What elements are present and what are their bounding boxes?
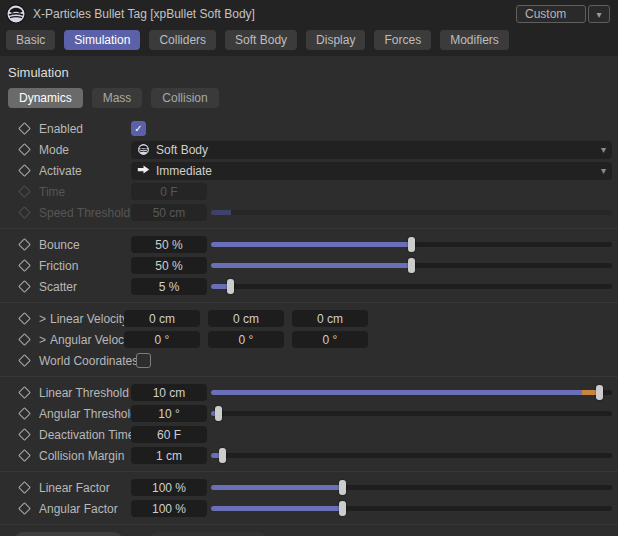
preset-dropdown-arrow-icon[interactable]: ▾	[588, 5, 610, 23]
titlebar: X-Particles Bullet Tag [xpBullet Soft Bo…	[0, 0, 618, 28]
enabled-label: Enabled	[39, 122, 131, 136]
linear-velocity-x-input[interactable]	[124, 310, 200, 327]
row-angular-threshold: Angular Threshold	[0, 403, 618, 424]
linear-factor-input[interactable]	[131, 479, 207, 496]
row-time: Time	[0, 181, 618, 202]
deactivation-time-input[interactable]	[131, 426, 207, 443]
mode-dropdown[interactable]: Soft Body ▾	[131, 141, 612, 159]
slider-handle[interactable]	[219, 448, 226, 463]
slider-handle[interactable]	[596, 385, 603, 400]
angular-velocity-z-input[interactable]	[292, 331, 368, 348]
linear-velocity-label: Linear Velocity	[50, 312, 124, 326]
linear-velocity-y-input[interactable]	[208, 310, 284, 327]
scatter-label: Scatter	[39, 280, 131, 294]
angular-factor-input[interactable]	[131, 500, 207, 517]
linear-threshold-input[interactable]	[131, 384, 207, 401]
tab-display[interactable]: Display	[306, 30, 365, 50]
tab-simulation[interactable]: Simulation	[64, 30, 140, 50]
activate-dropdown[interactable]: Immediate ▾	[131, 162, 612, 180]
chevron-down-icon: ▾	[601, 144, 606, 155]
row-collision-margin: Collision Margin	[0, 445, 618, 466]
diamond-icon	[18, 428, 31, 441]
group-activation: Enabled ✓ Mode	[0, 113, 618, 228]
row-world-coordinates: World Coordinates	[0, 350, 618, 371]
time-input	[131, 183, 207, 200]
scatter-input[interactable]	[131, 278, 207, 295]
angular-threshold-input[interactable]	[131, 405, 207, 422]
slider-track	[211, 284, 612, 289]
tab-colliders[interactable]: Colliders	[149, 30, 216, 50]
diamond-icon	[18, 502, 31, 515]
slider-track	[211, 411, 612, 416]
row-linear-velocity: > Linear Velocity	[0, 308, 618, 329]
enabled-checkbox[interactable]: ✓	[131, 121, 146, 136]
slider-fill	[211, 242, 412, 247]
slider-handle[interactable]	[215, 406, 222, 421]
slider-handle[interactable]	[227, 279, 234, 294]
diamond-icon	[18, 333, 31, 346]
diamond-icon	[18, 481, 31, 494]
tab-forces[interactable]: Forces	[374, 30, 431, 50]
subtab-mass[interactable]: Mass	[92, 88, 143, 108]
group-thresholds: Linear Threshold Angular Threshold	[0, 376, 618, 471]
mode-value: Soft Body	[156, 143, 208, 157]
collision-margin-label: Collision Margin	[39, 449, 131, 463]
row-linear-factor: Linear Factor	[0, 477, 618, 498]
slider-track	[211, 453, 612, 458]
bounce-slider[interactable]	[211, 237, 612, 252]
group-surface: Bounce Friction	[0, 228, 618, 302]
linear-threshold-slider[interactable]	[211, 385, 612, 400]
linear-threshold-label: Linear Threshold	[39, 386, 131, 400]
slider-track	[211, 210, 612, 215]
bounce-input[interactable]	[131, 236, 207, 253]
slider-fill	[211, 210, 231, 215]
window-title: X-Particles Bullet Tag [xpBullet Soft Bo…	[33, 7, 516, 21]
expander-icon[interactable]: >	[39, 333, 46, 347]
slider-fill	[211, 485, 343, 490]
angular-velocity-y-input[interactable]	[208, 331, 284, 348]
slider-handle[interactable]	[339, 501, 346, 516]
slider-handle[interactable]	[408, 237, 415, 252]
row-linear-threshold: Linear Threshold	[0, 382, 618, 403]
chevron-down-icon: ▾	[601, 165, 606, 176]
row-friction: Friction	[0, 255, 618, 276]
slider-handle[interactable]	[339, 480, 346, 495]
angular-threshold-slider[interactable]	[211, 406, 612, 421]
scatter-slider[interactable]	[211, 279, 612, 294]
subtab-dynamics[interactable]: Dynamics	[8, 88, 83, 108]
diamond-icon	[18, 259, 31, 272]
collision-margin-slider[interactable]	[211, 448, 612, 463]
friction-input[interactable]	[131, 257, 207, 274]
deactivation-time-label: Deactivation Time	[39, 428, 131, 442]
slider-fill	[211, 453, 223, 458]
tab-soft-body[interactable]: Soft Body	[225, 30, 297, 50]
linear-factor-slider[interactable]	[211, 480, 612, 495]
preset-control: Custom ▾	[516, 5, 610, 23]
diamond-icon	[18, 280, 31, 293]
linear-velocity-z-input[interactable]	[292, 310, 368, 327]
angular-factor-slider[interactable]	[211, 501, 612, 516]
slider-handle[interactable]	[408, 258, 415, 273]
slider-fill	[211, 411, 219, 416]
set-initial-state-button[interactable]: Set Initial State	[14, 532, 123, 536]
expander-icon[interactable]: >	[39, 312, 46, 326]
diamond-icon	[18, 312, 31, 325]
time-label: Time	[39, 185, 131, 199]
slider-fill-overflow	[211, 390, 600, 395]
collision-margin-input[interactable]	[131, 447, 207, 464]
world-coordinates-checkbox[interactable]	[136, 353, 151, 368]
diamond-icon	[18, 238, 31, 251]
angular-velocity-x-input[interactable]	[124, 331, 200, 348]
subtab-collision[interactable]: Collision	[151, 88, 218, 108]
row-deactivation-time: Deactivation Time	[0, 424, 618, 445]
friction-slider[interactable]	[211, 258, 612, 273]
preset-select[interactable]: Custom	[516, 5, 586, 23]
world-coordinates-label: World Coordinates	[39, 354, 136, 368]
tab-modifiers[interactable]: Modifiers	[440, 30, 509, 50]
angular-threshold-label: Angular Threshold	[39, 407, 131, 421]
speed-threshold-label: Speed Threshold	[39, 206, 131, 220]
speed-threshold-slider	[211, 205, 612, 220]
diamond-icon	[18, 143, 31, 156]
diamond-icon	[18, 449, 31, 462]
tab-basic[interactable]: Basic	[6, 30, 55, 50]
